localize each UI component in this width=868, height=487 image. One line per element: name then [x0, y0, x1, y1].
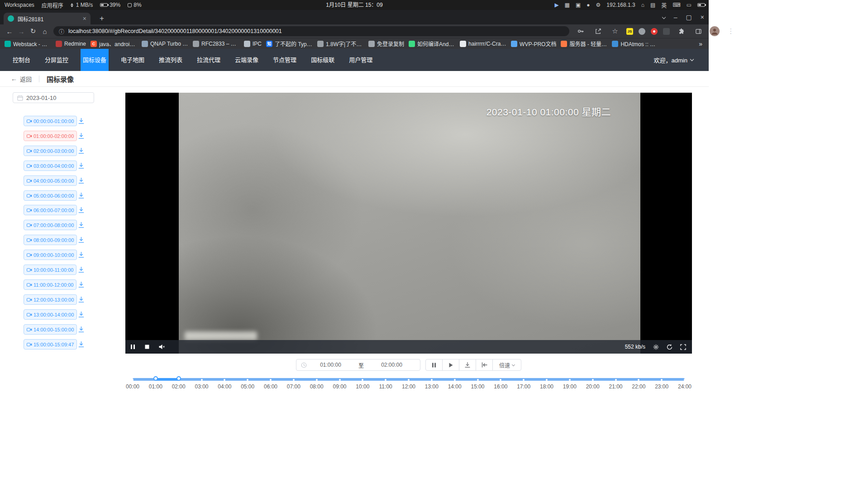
play-button[interactable] [442, 359, 459, 371]
timeline-hour-dot[interactable] [684, 379, 686, 381]
timeline-hour-dot[interactable] [638, 379, 639, 381]
extensions-puzzle-icon[interactable] [675, 28, 687, 35]
record-segment-button[interactable]: 10:00:00-11:00:00 [24, 265, 76, 275]
nav-item-console[interactable]: 控制台 [10, 49, 33, 71]
browser-tab[interactable]: 国标28181 × [4, 13, 91, 24]
home-tray-icon[interactable]: ⌂ [641, 0, 644, 10]
timeline-hour-dot[interactable] [431, 379, 433, 381]
timeline-hour-dot[interactable] [454, 379, 456, 381]
input-language-indicator[interactable]: 英 [661, 1, 667, 9]
keyboard-tray-icon[interactable]: ⌨ [672, 0, 680, 10]
record-download-button[interactable] [78, 132, 85, 139]
timeline-hour-dot[interactable] [132, 379, 134, 381]
bookmark-redmine[interactable]: Redmine [56, 41, 86, 47]
profile-avatar[interactable] [710, 26, 720, 36]
record-download-button[interactable] [78, 326, 85, 333]
timeline-hour-dot[interactable] [592, 379, 594, 381]
player-mute-button[interactable] [159, 344, 165, 350]
nav-item-user-manage[interactable]: 用户管理 [347, 49, 375, 71]
workspace-grid-icon[interactable]: ▤ [650, 0, 655, 10]
bookmark-ipc[interactable]: IPC [244, 41, 262, 47]
timeline-hour-dot[interactable] [316, 379, 318, 381]
record-segment-button[interactable]: 09:00:00-10:00:00 [24, 250, 77, 260]
bookmark-github-c-crash[interactable]: hairrrrr/C-CrashC... [460, 41, 506, 47]
password-key-icon[interactable] [575, 28, 587, 35]
nav-item-split-screen[interactable]: 分屏监控 [43, 49, 71, 71]
bookmark-qnap-turbo-nas[interactable]: QNAP Turbo NAS [142, 41, 188, 47]
player-reload-button[interactable] [667, 344, 672, 350]
video-player[interactable]: 2023-01-10 01:00:00 星期二 552 kb/s [125, 93, 692, 354]
bookmark-wvp-pro-doc[interactable]: WVP-PRO文档 [511, 40, 556, 47]
time-range-picker[interactable]: 01:00:00 至 02:00:00 [296, 359, 420, 371]
window-close-button[interactable]: × [701, 14, 704, 21]
record-download-button[interactable] [78, 222, 85, 228]
timeline-hour-dot[interactable] [661, 379, 663, 381]
timeline-hour-dot[interactable] [339, 379, 341, 381]
timeline-hour-dot[interactable] [408, 379, 410, 381]
play-tray-icon[interactable]: ▶ [554, 0, 558, 10]
record-segment-button[interactable]: 13:00:00-14:00:00 [24, 309, 77, 320]
side-panel-icon[interactable] [692, 28, 704, 35]
record-segment-button[interactable]: 07:00:00-08:00:00 [24, 220, 77, 230]
nav-item-node-manage[interactable]: 节点管理 [271, 49, 299, 71]
timeline-hour-dot[interactable] [569, 379, 571, 381]
back-button[interactable]: ← [4, 28, 15, 35]
timeline-hour-dot[interactable] [362, 379, 363, 381]
bookmarks-overflow-button[interactable]: » [699, 40, 704, 47]
bookmark-copy-no-login[interactable]: 免登录复制 [368, 40, 404, 47]
record-download-button[interactable] [78, 311, 85, 318]
timeline-hour-dot[interactable] [500, 379, 501, 381]
timeline-hour-dot[interactable] [615, 379, 617, 381]
record-segment-button[interactable]: 03:00:00-04:00:00 [24, 161, 77, 171]
range-end-value[interactable]: 02:00:00 [368, 362, 415, 368]
share-icon[interactable] [592, 28, 604, 35]
record-download-button[interactable] [78, 192, 85, 199]
record-segment-button[interactable]: 02:00:00-03:00:00 [24, 146, 77, 156]
record-segment-button[interactable]: 11:00:00-12:00:00 [24, 279, 76, 290]
record-download-button[interactable] [78, 207, 85, 213]
timeline-hour-dot[interactable] [385, 379, 386, 381]
tab-close-icon[interactable]: × [83, 15, 86, 22]
record-segment-button[interactable]: 08:00:00-09:00:00 [24, 235, 77, 245]
applications-menu-button[interactable]: 应用程序 [42, 1, 63, 9]
extension-icon-gray[interactable] [639, 28, 645, 35]
reload-button[interactable]: ↻ [27, 27, 39, 35]
new-tab-button[interactable]: + [96, 13, 108, 24]
record-download-button[interactable] [78, 147, 85, 154]
nav-item-pull-proxy[interactable]: 拉流代理 [195, 49, 223, 71]
user-menu[interactable]: 欢迎，admin [654, 56, 693, 64]
record-segment-button[interactable]: 04:00:00-05:00:00 [24, 175, 77, 186]
site-info-icon[interactable]: ⓘ [59, 28, 64, 35]
forward-button[interactable]: → [15, 28, 27, 35]
record-download-button[interactable] [78, 296, 85, 303]
record-download-button[interactable] [78, 341, 85, 348]
record-segment-button[interactable]: 12:00:00-13:00:00 [24, 294, 77, 305]
timeline-hour-dot[interactable] [293, 379, 295, 381]
browser-home-button[interactable]: ⌂ [39, 28, 51, 35]
window-minimize-button[interactable]: – [674, 14, 677, 21]
bookmark-csdn-java-android[interactable]: Cjava、android可... [91, 40, 137, 47]
player-pause-button[interactable] [130, 344, 135, 350]
record-download-button[interactable] [78, 266, 85, 273]
timeline-hour-dot[interactable] [247, 379, 248, 381]
bookmark-star-icon[interactable]: ☆ [609, 27, 621, 35]
record-segment-button[interactable]: 06:00:00-07:00:00 [24, 205, 77, 215]
os-clock[interactable]: 1月10日 星期二 15：09 [326, 0, 382, 10]
record-segment-button[interactable]: 05:00:00-06:00:00 [24, 190, 77, 201]
player-settings-button[interactable] [653, 344, 659, 350]
nav-item-e-map[interactable]: 电子地图 [119, 49, 147, 71]
tab-search-chevron-icon[interactable] [662, 15, 666, 19]
bookmark-hdatmos[interactable]: HDAtmos :: 种子 "... [612, 40, 658, 47]
pause-button[interactable] [425, 359, 443, 371]
player-fullscreen-button[interactable] [680, 344, 686, 350]
record-segment-button[interactable]: 14:00:00-15:00:00 [24, 324, 77, 335]
timeline-hour-dot[interactable] [523, 379, 525, 381]
playback-speed-button[interactable]: 倍速 [492, 359, 521, 371]
record-download-button[interactable] [78, 177, 85, 184]
window-restore-button[interactable]: ▢ [686, 14, 692, 21]
bookmark-server-lite[interactable]: 服务器 - 轻量应用... [561, 40, 607, 47]
display-tray-icon[interactable]: ▭ [687, 0, 692, 10]
seek-back-button[interactable] [476, 359, 493, 371]
browser-menu-icon[interactable]: ⋮ [725, 27, 737, 35]
nav-item-gb-device[interactable]: 国标设备 [81, 49, 109, 71]
